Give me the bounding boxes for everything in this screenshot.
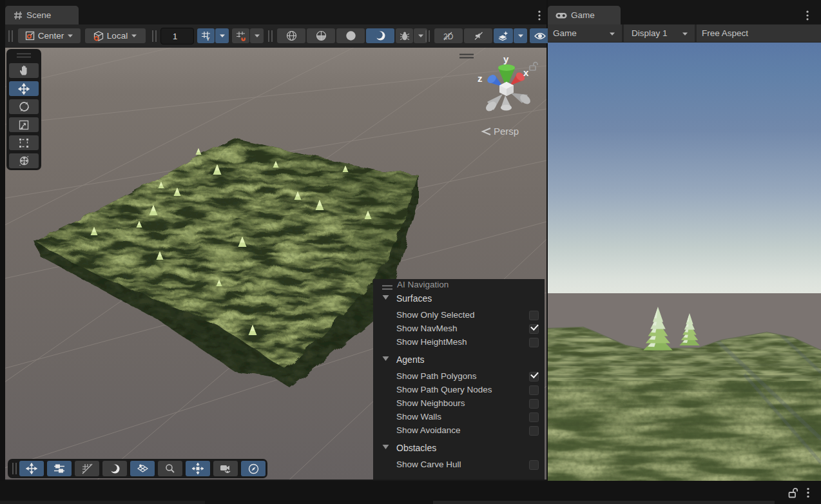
svg-text:z: z <box>478 73 483 84</box>
svg-text:Y: Y <box>206 36 210 41</box>
svg-text:y: y <box>503 54 509 64</box>
